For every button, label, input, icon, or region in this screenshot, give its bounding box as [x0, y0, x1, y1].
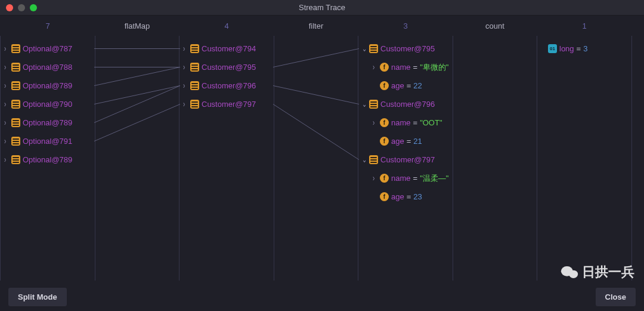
stage-op-header: flatMap: [95, 16, 179, 36]
list-item[interactable]: ›fname = "温柔—": [360, 169, 451, 187]
list-item[interactable]: ›Optional@787: [2, 39, 94, 58]
object-label: Customer@794: [202, 44, 256, 53]
stream-list-column: ⌄Customer@795›fname = "卑微的" fage = 22⌄Cu…: [358, 36, 453, 281]
stage-count-header: 3: [358, 16, 453, 36]
field-name: name: [391, 63, 411, 72]
chevron-right-icon[interactable]: ›: [4, 155, 9, 164]
chevron-right-icon[interactable]: ›: [183, 44, 188, 53]
chevron-right-icon[interactable]: ›: [373, 118, 377, 127]
list-item[interactable]: ›Optional@791: [2, 132, 94, 150]
list-item[interactable]: ⌄Customer@797: [360, 150, 451, 169]
field-value: 22: [413, 81, 422, 90]
object-icon: [11, 63, 20, 72]
list-item[interactable]: ›Customer@797: [181, 95, 273, 113]
stage-op-header: filter: [274, 16, 358, 36]
object-label: Customer@796: [380, 100, 435, 109]
field-icon: f: [380, 63, 389, 72]
chevron-right-icon[interactable]: ›: [4, 100, 9, 109]
field-name: age: [391, 81, 404, 90]
stage-op-header: count: [453, 16, 537, 36]
field-value: "OOT": [420, 118, 442, 127]
object-icon: [11, 118, 20, 127]
titlebar: Stream Trace: [0, 0, 644, 16]
close-window-icon[interactable]: [6, 4, 13, 11]
list-item[interactable]: 01long = 3: [538, 39, 630, 58]
list-item[interactable]: ⌄Customer@796: [360, 95, 451, 113]
list-item[interactable]: fage = 22: [360, 76, 451, 95]
field-value: "温柔—": [420, 173, 448, 184]
field-icon: f: [380, 81, 389, 90]
object-label: Optional@789: [23, 118, 72, 127]
object-icon: [11, 81, 20, 90]
object-icon: [190, 81, 199, 90]
list-item[interactable]: ⌄Customer@795: [360, 39, 451, 58]
field-value: 23: [413, 192, 422, 201]
chevron-down-icon[interactable]: ⌄: [362, 155, 367, 164]
list-item[interactable]: ›Customer@794: [181, 39, 273, 58]
stage-count-header: 4: [179, 16, 274, 36]
field-name: age: [391, 137, 404, 146]
close-button[interactable]: Close: [596, 288, 636, 306]
object-label: Customer@795: [380, 44, 435, 53]
object-label: Customer@797: [202, 100, 256, 109]
field-icon: f: [380, 137, 389, 146]
stream-op-column: [453, 36, 537, 281]
list-item[interactable]: ›Optional@789: [2, 150, 94, 169]
field-name: name: [391, 118, 411, 127]
window-title: Stream Trace: [0, 3, 644, 12]
object-icon: [369, 100, 378, 109]
object-label: Optional@791: [23, 137, 72, 146]
chevron-right-icon[interactable]: ›: [183, 63, 188, 72]
list-item[interactable]: ›Customer@795: [181, 58, 273, 76]
stream-list-column: ›Customer@794›Customer@795›Customer@796›…: [179, 36, 274, 281]
object-icon: [11, 137, 20, 146]
chevron-right-icon[interactable]: ›: [4, 81, 9, 90]
primitive-icon: 01: [548, 44, 557, 53]
list-item[interactable]: fage = 23: [360, 187, 451, 206]
object-icon: [11, 100, 20, 109]
window-controls: [0, 4, 37, 11]
chevron-right-icon[interactable]: ›: [373, 174, 377, 183]
field-value: "卑微的": [420, 62, 448, 73]
chevron-right-icon[interactable]: ›: [4, 63, 9, 72]
object-label: Customer@797: [380, 155, 435, 164]
chevron-right-icon[interactable]: ›: [373, 63, 377, 72]
chevron-right-icon[interactable]: ›: [183, 81, 188, 90]
minimize-window-icon[interactable]: [18, 4, 25, 11]
chevron-right-icon[interactable]: ›: [4, 137, 9, 146]
list-item[interactable]: fage = 21: [360, 132, 451, 150]
chevron-right-icon[interactable]: ›: [4, 118, 9, 127]
chevron-down-icon[interactable]: ⌄: [362, 44, 367, 53]
list-item[interactable]: ›Customer@796: [181, 76, 273, 95]
primitive-value: 3: [583, 44, 587, 53]
stream-op-column: [274, 36, 358, 281]
object-label: Optional@790: [23, 100, 72, 109]
object-icon: [11, 155, 20, 164]
object-label: Optional@788: [23, 63, 72, 72]
list-item[interactable]: ›fname = "卑微的": [360, 58, 451, 76]
object-label: Customer@796: [202, 81, 256, 90]
list-item[interactable]: ›Optional@788: [2, 58, 94, 76]
list-item[interactable]: ›fname = "OOT": [360, 113, 451, 132]
primitive-type: long: [559, 44, 574, 53]
chevron-right-icon[interactable]: ›: [4, 44, 9, 53]
list-item[interactable]: ›Optional@790: [2, 95, 94, 113]
chevron-down-icon[interactable]: ⌄: [362, 100, 367, 109]
stage-count-header: 7: [0, 16, 95, 36]
object-label: Optional@787: [23, 44, 72, 53]
object-icon: [369, 44, 378, 53]
field-name: name: [391, 174, 411, 183]
field-name: age: [391, 192, 404, 201]
object-icon: [190, 100, 199, 109]
object-label: Customer@795: [202, 63, 256, 72]
zoom-window-icon[interactable]: [30, 4, 37, 11]
split-mode-button[interactable]: Split Mode: [8, 288, 67, 306]
object-icon: [190, 44, 199, 53]
object-icon: [369, 155, 378, 164]
list-item[interactable]: ›Optional@789: [2, 76, 94, 95]
stream-stage: 7flatMap4filter3count1 ›Optional@787›Opt…: [0, 16, 644, 282]
list-item[interactable]: ›Optional@789: [2, 113, 94, 132]
object-label: Optional@789: [23, 155, 72, 164]
object-label: Optional@789: [23, 81, 72, 90]
chevron-right-icon[interactable]: ›: [183, 100, 188, 109]
